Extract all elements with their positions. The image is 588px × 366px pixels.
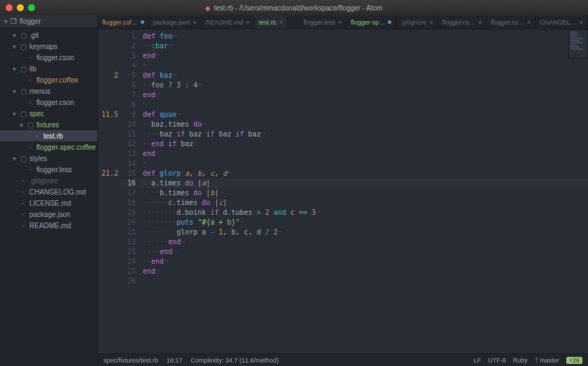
close-tab-icon[interactable]: × <box>478 19 482 26</box>
editor-tab[interactable]: flogger.cs…× <box>438 15 487 29</box>
status-file-path[interactable]: spec/fixtures/test.rb <box>104 357 158 364</box>
code-line[interactable]: end¬ <box>143 149 320 159</box>
editor-tab[interactable]: README.md× <box>202 15 255 29</box>
code-line[interactable]: end¬ <box>143 247 320 257</box>
close-tab-icon[interactable]: × <box>429 19 433 26</box>
code-line[interactable]: end¬ <box>143 90 320 100</box>
code-line[interactable]: baz if baz if baz if baz¬ <box>143 129 320 139</box>
tree-file[interactable]: ▫flogger.coffee <box>0 74 97 85</box>
line-number[interactable]: 22 <box>120 237 136 247</box>
line-number[interactable]: 1 <box>120 31 136 41</box>
editor-tab[interactable]: test.rb× <box>255 15 288 29</box>
line-number[interactable]: 7 <box>120 90 136 100</box>
code-content[interactable]: def foo¬:bar¬end¬¬def baz¬foo ? 3 : 4¬en… <box>140 29 320 353</box>
line-number[interactable]: 8 <box>120 100 136 110</box>
status-grammar[interactable]: Ruby <box>513 357 528 364</box>
line-number[interactable]: 11 <box>120 129 136 139</box>
line-number[interactable]: 16 <box>120 178 136 188</box>
line-number[interactable]: 6 <box>120 80 136 90</box>
line-number[interactable]: 2 <box>120 41 136 51</box>
line-number[interactable]: 14 <box>120 159 136 169</box>
code-line[interactable]: ¬ <box>143 61 320 71</box>
code-line[interactable]: def foo¬ <box>143 31 320 41</box>
editor-tab[interactable]: CHANGEL…× <box>536 15 588 29</box>
code-line[interactable]: baz.times do¬ <box>143 120 320 129</box>
line-number[interactable]: 23 <box>120 247 136 257</box>
line-number[interactable]: 19 <box>120 208 136 218</box>
project-root[interactable]: ▾ ❐ flogger <box>0 15 97 28</box>
code-line[interactable]: ¬ <box>143 159 320 169</box>
tree-file[interactable]: ▫test.rb <box>0 130 97 141</box>
editor-tab[interactable]: .gitignore× <box>396 15 438 29</box>
code-line[interactable]: :bar¬ <box>143 41 320 51</box>
close-tab-icon[interactable]: × <box>193 19 197 26</box>
line-number[interactable]: 10 <box>120 120 136 129</box>
code-line[interactable]: d.boink if d.tubes > 2 and c == 3¬ <box>143 208 320 218</box>
editor-tab[interactable]: flogger-sp… <box>346 15 396 29</box>
close-tab-icon[interactable]: × <box>580 19 583 26</box>
close-tab-icon[interactable]: × <box>246 19 249 26</box>
editor-tab[interactable]: flogger.cof… <box>98 15 149 29</box>
tree-file[interactable]: ▫CHANGELOG.md <box>0 186 97 197</box>
text-editor[interactable]: 211.521.2 123456789101112131415161718192… <box>98 29 588 353</box>
tree-folder[interactable]: ▾▢fixtures <box>0 119 97 130</box>
line-number[interactable]: 20 <box>120 218 136 227</box>
line-number[interactable]: 3 <box>120 51 136 61</box>
code-line[interactable]: def quux¬ <box>143 110 320 120</box>
code-line[interactable]: a.times do |a| <box>140 178 588 188</box>
close-tab-icon[interactable]: × <box>527 19 531 26</box>
tree-file[interactable]: ▫.gitignore <box>0 175 97 186</box>
code-line[interactable]: b.times do |b|¬ <box>143 188 320 198</box>
tree-folder[interactable]: ▾▢styles <box>0 153 97 164</box>
close-tab-icon[interactable]: × <box>338 19 342 26</box>
tab-bar[interactable]: flogger.cof…package.json×README.md×test.… <box>98 15 588 29</box>
tree-folder[interactable]: ▾▢lib <box>0 63 97 74</box>
tree-file[interactable]: ▫README.md <box>0 220 97 231</box>
line-number[interactable]: 25 <box>120 267 136 276</box>
line-number[interactable]: 15 <box>120 169 136 178</box>
line-number[interactable]: 12 <box>120 139 136 149</box>
tree-view[interactable]: ▾ ❐ flogger ▾▢.git▾▢keymaps▫flogger.cson… <box>0 15 98 366</box>
tree-folder[interactable]: ▾▢keymaps <box>0 41 97 52</box>
code-line[interactable]: puts "#{a + b}"¬ <box>143 218 320 227</box>
line-number[interactable]: 24 <box>120 257 136 267</box>
line-number[interactable]: 4 <box>120 61 136 71</box>
minimap[interactable] <box>568 29 588 59</box>
line-number-gutter[interactable]: 1234567891011121314151617181920212223242… <box>120 29 140 353</box>
line-number[interactable]: 26 <box>120 276 136 286</box>
status-encoding[interactable]: UTF-8 <box>488 357 506 364</box>
code-line[interactable]: end¬ <box>143 51 320 61</box>
tree-file[interactable]: ▫flogger.cson <box>0 97 97 108</box>
tree-folder[interactable]: ▾▢spec <box>0 108 97 119</box>
tree-file[interactable]: ▫LICENSE.md <box>0 197 97 209</box>
tree-file[interactable]: ▫flogger-spec.coffee <box>0 141 97 153</box>
status-git-branch[interactable]: ᛘ master <box>535 357 559 364</box>
code-line[interactable]: end¬ <box>143 267 320 276</box>
line-number[interactable]: 13 <box>120 149 136 159</box>
tree-file[interactable]: ▫flogger.less <box>0 164 97 175</box>
editor-tab[interactable]: flogger.cs…× <box>486 15 536 29</box>
code-line[interactable]: def baz¬ <box>143 71 320 80</box>
editor-tab[interactable]: package.json× <box>149 15 202 29</box>
code-line[interactable]: c.times do |c|¬ <box>143 198 320 208</box>
status-git-diff[interactable]: +26 <box>566 357 582 364</box>
code-line[interactable]: end¬ <box>143 257 320 267</box>
status-eol[interactable]: LF <box>474 357 482 364</box>
code-line[interactable] <box>143 276 320 286</box>
code-line[interactable]: foo ? 3 : 4¬ <box>143 80 320 90</box>
line-number[interactable]: 17 <box>120 188 136 198</box>
tree-folder[interactable]: ▾▢.git <box>0 29 97 41</box>
tree-file[interactable]: ▫flogger.cson <box>0 52 97 63</box>
close-tab-icon[interactable]: × <box>279 19 283 26</box>
editor-tab[interactable]: flogger.less× <box>300 15 347 29</box>
line-number[interactable]: 5 <box>120 71 136 80</box>
code-line[interactable]: end¬ <box>143 237 320 247</box>
status-cursor-pos[interactable]: 16:17 <box>167 357 183 364</box>
code-line[interactable]: ¬ <box>143 100 320 110</box>
code-line[interactable]: def glorp a, b, c, d¬ <box>143 169 320 178</box>
line-number[interactable]: 9 <box>120 110 136 120</box>
code-line[interactable]: glorp a - 1, b, c, d / 2¬ <box>143 227 320 237</box>
code-line[interactable]: end if baz¬ <box>143 139 320 149</box>
line-number[interactable]: 18 <box>120 198 136 208</box>
tree-file[interactable]: ▫package.json <box>0 209 97 220</box>
